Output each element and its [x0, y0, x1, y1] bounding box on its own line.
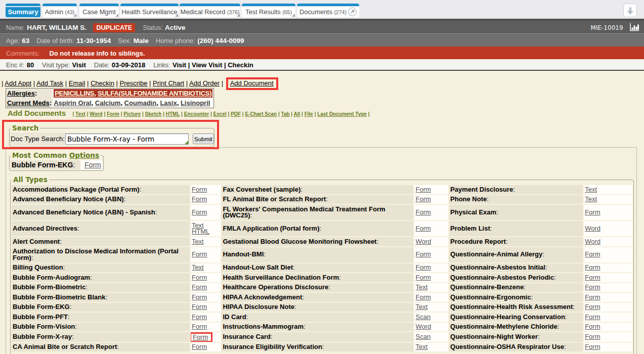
doc-link-form[interactable]: Form [415, 263, 431, 271]
doc-link-scan[interactable]: Scan [415, 313, 431, 321]
med-link[interactable]: Coumadin [124, 99, 157, 107]
doc-link-form[interactable]: Form [415, 186, 431, 193]
action-link-add-order[interactable]: Add Order [189, 79, 220, 87]
doc-link-form[interactable]: Form [192, 323, 207, 330]
tab-test-results[interactable]: Test Results (65) [242, 4, 295, 17]
doc-link-form[interactable]: Form [585, 293, 600, 301]
doc-link-form[interactable]: Form [585, 274, 600, 281]
tab-documents[interactable]: Documents (274) [297, 4, 359, 17]
doc-link-form[interactable]: Form [192, 195, 207, 203]
doc-link-form[interactable]: Form [192, 186, 207, 193]
doc-link-form[interactable]: Form [192, 283, 207, 291]
doc-link-form[interactable]: Form [192, 343, 207, 350]
doc-link-form[interactable]: Form [84, 161, 101, 169]
action-link-add-document[interactable]: Add Document [230, 79, 274, 87]
doc-link-word[interactable]: Word [585, 225, 600, 232]
med-link[interactable]: Aspirin Oral [54, 99, 91, 107]
doc-link-form[interactable]: Form [585, 283, 600, 291]
med-link[interactable]: Calcium [95, 99, 121, 107]
quick-link-all[interactable]: All [294, 111, 300, 117]
tab-dropdown-corner-icon[interactable] [73, 14, 76, 17]
quick-link-encounter[interactable]: Encounter [184, 111, 209, 117]
quick-link-text[interactable]: Text [75, 111, 85, 117]
doc-type-links: Form [584, 283, 632, 292]
doc-link-form[interactable]: Form [415, 195, 431, 203]
doc-link-form[interactable]: Form [415, 225, 431, 232]
action-link-print-chart[interactable]: Print Chart [153, 79, 184, 87]
doc-link-form[interactable]: Form [415, 293, 431, 301]
doc-link-form[interactable]: Form [585, 323, 600, 330]
doc-link-form[interactable]: Form [192, 293, 207, 301]
med-link[interactable]: Lisinopril [181, 99, 210, 107]
quick-link-file[interactable]: File [305, 111, 313, 117]
doc-link-form[interactable]: Form [192, 313, 207, 321]
med-link[interactable]: Lasix [160, 99, 177, 107]
tab-summary[interactable]: Summary [6, 4, 40, 17]
allergy-link[interactable]: PENICILLINS [55, 90, 94, 97]
quick-link-e-chart-scan[interactable]: E-Chart Scan [245, 111, 277, 117]
encounter-link-visit[interactable]: Visit [173, 61, 186, 69]
action-link-email[interactable]: Email [69, 79, 85, 87]
doc-link-form[interactable]: Form [415, 274, 431, 281]
doc-link-form[interactable]: Form [585, 313, 600, 321]
encounter-link-checkin[interactable]: Checkin [228, 61, 253, 69]
doc-link-form[interactable]: Form [585, 343, 600, 350]
doc-link-word[interactable]: Word [415, 238, 431, 245]
action-link-add-task[interactable]: Add Task [36, 79, 63, 87]
encounter-link-view-visit[interactable]: View Visit [192, 61, 222, 69]
tab-case-mgmt[interactable]: Case Mgmt [79, 4, 119, 17]
doc-link-form[interactable]: Form [192, 250, 207, 258]
action-link-prescribe[interactable]: Prescribe [120, 79, 148, 87]
tab-dropdown-corner-icon[interactable] [237, 14, 240, 17]
doc-link-form[interactable]: Form [585, 250, 600, 258]
quick-link-last-document-type[interactable]: Last Document Type [317, 111, 367, 117]
quick-link-excel[interactable]: Excel [213, 111, 227, 117]
doc-link-word[interactable]: Word [585, 238, 600, 245]
doc-type-search-input[interactable] [65, 134, 189, 145]
tab-health-surveillance[interactable]: Health Surveillance [120, 4, 179, 17]
doc-link-text[interactable]: Text [585, 195, 597, 203]
allergy-link[interactable]: SULFA(SULFONAMIDE ANTIBIOTICS) [98, 90, 211, 97]
doc-link-form[interactable]: Form [585, 333, 600, 340]
doc-link-text[interactable]: Text [192, 263, 204, 271]
quick-link-picture[interactable]: Picture [123, 111, 141, 117]
quick-link-sketch[interactable]: Sketch [145, 111, 162, 117]
tab-dropdown-corner-icon[interactable] [175, 14, 178, 17]
doc-link-form[interactable]: Form [192, 208, 207, 216]
doc-link-form[interactable]: Form [585, 263, 600, 271]
doc-link-text[interactable]: Text [415, 343, 427, 350]
doc-link-form[interactable]: Form [192, 274, 207, 281]
doc-link-scan[interactable]: Scan [415, 333, 431, 340]
doc-link-word[interactable]: Word [415, 323, 431, 330]
doc-link-form[interactable]: Form [585, 303, 600, 311]
quick-link-form[interactable]: Form [107, 111, 119, 117]
doc-link-text[interactable]: Text [415, 283, 427, 291]
doc-link-text[interactable]: Text [192, 238, 204, 245]
tab-dropdown-corner-icon[interactable] [292, 14, 295, 17]
doc-link-text[interactable]: Text [585, 186, 597, 193]
external-link-icon[interactable] [348, 8, 357, 16]
doc-link-form[interactable]: Form [415, 208, 431, 216]
quick-link-pdf[interactable]: PDF [231, 111, 241, 117]
tab-medical-record[interactable]: Medical Record (376) [180, 4, 240, 17]
tab-dropdown-corner-icon[interactable] [115, 14, 118, 17]
doc-link-form[interactable]: Form [193, 333, 208, 341]
doc-link-html[interactable]: HTML [192, 228, 209, 235]
doc-link-form[interactable]: Form [585, 208, 600, 216]
quick-link-tab[interactable]: Tab [281, 111, 290, 117]
bar-chart-icon[interactable] [630, 23, 639, 31]
current-meds-link[interactable]: Current Meds [7, 99, 50, 107]
doc-link-form[interactable]: Form [415, 250, 431, 258]
submit-button[interactable]: Submit [193, 134, 214, 144]
doc-link-text[interactable]: Text [415, 303, 427, 311]
quick-link-word[interactable]: Word [90, 111, 102, 117]
options-link[interactable]: Options [69, 151, 99, 159]
quick-link-html[interactable]: HTML [166, 111, 180, 117]
doc-type-links: Form [414, 185, 448, 194]
action-link-add-appt[interactable]: Add Appt [5, 79, 31, 87]
doc-link-form[interactable]: Form [192, 303, 207, 311]
export-download-button[interactable] [623, 4, 637, 17]
action-link-checkin[interactable]: Checkin [91, 79, 114, 87]
allergies-link[interactable]: Allergies [7, 90, 35, 97]
tab-admin[interactable]: Admin (43) [42, 4, 77, 17]
